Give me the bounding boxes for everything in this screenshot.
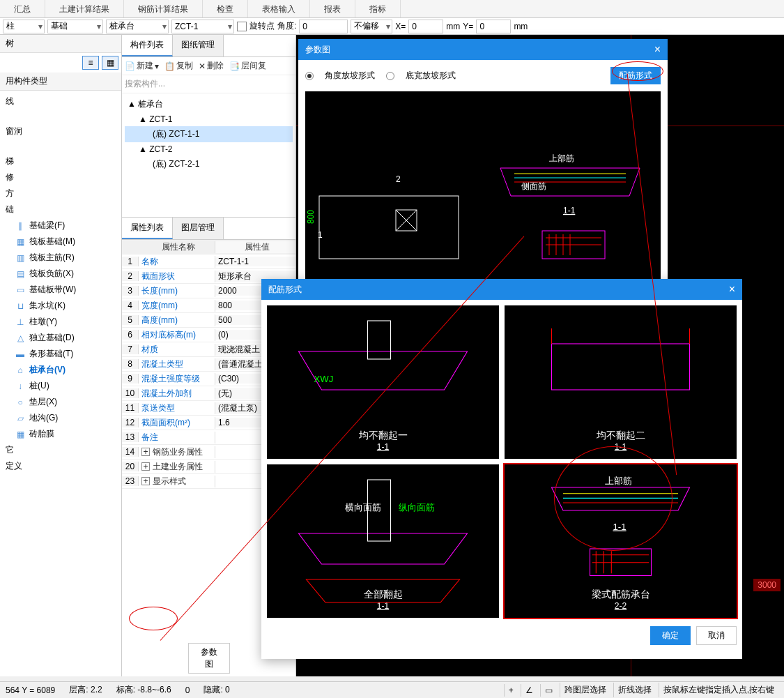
tab-property-list[interactable]: 属性列表 bbox=[122, 218, 173, 239]
tree-sub-item[interactable]: ▱地沟(G) bbox=[3, 410, 118, 426]
radio-width-label: 底宽放坡形式 bbox=[406, 70, 456, 82]
tree-other[interactable]: 它 bbox=[3, 442, 118, 458]
search-input[interactable]: 搜索构件... bbox=[122, 75, 295, 93]
component-tree-item[interactable]: (底) ZCT-1-1 bbox=[125, 126, 293, 142]
rebar-modal-close-icon[interactable]: × bbox=[729, 283, 735, 296]
menu-table[interactable]: 表格输入 bbox=[248, 0, 310, 17]
prop-header-value: 属性值 bbox=[215, 241, 295, 253]
copy-button[interactable]: 📋复制 bbox=[164, 60, 193, 72]
tree-icon: ⊥ bbox=[15, 317, 25, 327]
component-type-label: 用构件类型 bbox=[0, 73, 121, 91]
grid-mode-icon[interactable]: ▦ bbox=[102, 56, 118, 70]
property-row[interactable]: 1名称ZCT-1-1 bbox=[122, 255, 295, 269]
tree-sub-item[interactable]: ⊥柱墩(Y) bbox=[3, 314, 118, 330]
tab-layer-mgmt[interactable]: 图层管理 bbox=[173, 218, 224, 239]
menu-rebar[interactable]: 钢筋计算结果 bbox=[124, 0, 203, 17]
tree-define[interactable]: 定义 bbox=[3, 458, 118, 474]
component-tree-item[interactable]: ▲ ZCT-2 bbox=[125, 142, 293, 156]
angle-input[interactable] bbox=[299, 20, 348, 33]
tree-sub-item[interactable]: ▥筏板主筋(R) bbox=[3, 250, 118, 266]
offset-dropdown[interactable]: 不偏移 bbox=[351, 20, 392, 33]
rotate-checkbox[interactable] bbox=[237, 22, 247, 31]
svg-text:横向面筋: 横向面筋 bbox=[345, 502, 381, 513]
component-tree: ▲ 桩承台▲ ZCT-1(底) ZCT-1-1▲ ZCT-2(底) ZCT-2-… bbox=[122, 93, 295, 175]
rebar-option-cell[interactable]: XWJ均不翻起一1-1 bbox=[267, 305, 499, 459]
x-input[interactable] bbox=[408, 20, 443, 33]
tree-line[interactable]: 线 bbox=[3, 93, 118, 109]
status-plus-icon[interactable]: + bbox=[504, 684, 518, 697]
tree-sub-item[interactable]: ↓桩(U) bbox=[3, 378, 118, 394]
top-menu: 汇总 土建计算结果 钢筋计算结果 检查 表格输入 报表 指标 bbox=[0, 0, 784, 18]
delete-button[interactable]: ✕删除 bbox=[199, 60, 224, 72]
rebar-options-grid: XWJ均不翻起一1-1均不翻起二1-1横向面筋纵向面筋全部翻起1-1上部筋1-1… bbox=[261, 300, 742, 621]
svg-text:上部筋: 上部筋 bbox=[549, 153, 574, 163]
param-modal-close-icon[interactable]: × bbox=[654, 43, 661, 56]
list-mode-icon[interactable]: ≡ bbox=[82, 56, 99, 70]
status-rect-icon[interactable]: ▭ bbox=[540, 684, 557, 697]
tree-icon: ⊔ bbox=[15, 301, 25, 311]
angle-label: 角度: bbox=[277, 20, 296, 32]
tree-sub-item[interactable]: △独立基础(D) bbox=[3, 330, 118, 346]
menu-index[interactable]: 指标 bbox=[355, 0, 401, 17]
status-coord: 564 Y = 6089 bbox=[6, 685, 55, 695]
component-tree-item[interactable]: ▲ ZCT-1 bbox=[125, 112, 293, 126]
y-input[interactable] bbox=[476, 20, 511, 33]
tree-icon: ▤ bbox=[15, 269, 25, 279]
tab-drawing-mgmt[interactable]: 图纸管理 bbox=[173, 35, 224, 56]
mm2: mm bbox=[514, 22, 528, 31]
param-diagram-button[interactable]: 参数图 bbox=[188, 643, 230, 674]
menu-report[interactable]: 报表 bbox=[310, 0, 355, 17]
layer-copy-button[interactable]: 📑层间复 bbox=[229, 60, 266, 72]
tree-icon: ▬ bbox=[15, 349, 25, 359]
tree-icon: ⌂ bbox=[15, 365, 25, 375]
tree-icon: ▱ bbox=[15, 414, 25, 423]
tree-sub-item[interactable]: ▤筏板负筋(X) bbox=[3, 266, 118, 282]
tree-repair[interactable]: 修 bbox=[3, 169, 118, 185]
svg-rect-0 bbox=[319, 196, 459, 259]
toolbar: 柱 基础 桩承台 ZCT-1 旋转点 角度: 不偏移 X= mm Y= mm bbox=[0, 18, 784, 35]
radio-width-slope[interactable] bbox=[386, 72, 394, 80]
radio-angle-slope[interactable] bbox=[305, 72, 314, 80]
rebar-option-cell[interactable]: 横向面筋纵向面筋全部翻起1-1 bbox=[267, 464, 499, 618]
tree-sub-item[interactable]: ▬条形基础(T) bbox=[3, 346, 118, 362]
tree-stair[interactable]: 梯 bbox=[3, 153, 118, 169]
svg-marker-27 bbox=[299, 533, 468, 564]
tree-sub-item[interactable]: ⌂桩承台(V) bbox=[3, 362, 118, 378]
tab-component-list[interactable]: 构件列表 bbox=[122, 35, 173, 56]
tree-sub-item[interactable]: ▦筏板基础(M) bbox=[3, 234, 118, 250]
dropdown-3[interactable]: 桩承台 bbox=[106, 20, 169, 33]
tree-sub-item[interactable]: ∥基础梁(F) bbox=[3, 218, 118, 234]
svg-text:1: 1 bbox=[318, 230, 323, 240]
tree-sub-item[interactable]: ○垫层(X) bbox=[3, 394, 118, 410]
ok-button[interactable]: 确定 bbox=[650, 626, 691, 645]
tree-sub-item[interactable]: ▦砖胎膜 bbox=[3, 426, 118, 442]
rebar-option-cell[interactable]: 均不翻起二1-1 bbox=[505, 305, 737, 459]
svg-text:侧面筋: 侧面筋 bbox=[521, 181, 546, 191]
menu-check[interactable]: 检查 bbox=[203, 0, 248, 17]
dropdown-4[interactable]: ZCT-1 bbox=[171, 20, 234, 33]
tree-sub-item[interactable]: ▭基础板带(W) bbox=[3, 282, 118, 298]
tree-icon: ▦ bbox=[15, 237, 25, 247]
menu-summary[interactable]: 汇总 bbox=[0, 0, 45, 17]
svg-text:800: 800 bbox=[306, 210, 316, 224]
left-panel: 树 ≡ ▦ 用构件类型 线 窗洞 梯 修 方 础 ∥基础梁(F)▦筏板基础(M)… bbox=[0, 35, 122, 676]
dropdown-1[interactable]: 柱 bbox=[3, 20, 45, 33]
y-label: Y= bbox=[463, 22, 473, 31]
component-tree-item[interactable]: (底) ZCT-2-1 bbox=[125, 156, 293, 172]
tree-foundation[interactable]: 础 bbox=[3, 202, 118, 218]
status-polyline[interactable]: 折线选择 bbox=[613, 683, 656, 697]
status-angle-icon[interactable]: ∠ bbox=[521, 684, 537, 697]
menu-civil[interactable]: 土建计算结果 bbox=[45, 0, 124, 17]
new-button[interactable]: 📄新建 ▾ bbox=[125, 60, 159, 72]
param-modal: 参数图 × 角度放坡形式 底宽放坡形式 配筋形式 1 2 800 上部筋 侧面筋… bbox=[298, 39, 668, 283]
tree-window[interactable]: 窗洞 bbox=[3, 123, 118, 139]
dropdown-2[interactable]: 基础 bbox=[47, 20, 103, 33]
tree-square[interactable]: 方 bbox=[3, 185, 118, 202]
tree-icon: ○ bbox=[15, 397, 25, 407]
svg-text:2: 2 bbox=[396, 174, 401, 184]
component-tree-item[interactable]: ▲ 桩承台 bbox=[125, 96, 293, 112]
param-diagram-view: 1 2 800 上部筋 侧面筋 1-1 bbox=[305, 91, 661, 280]
cancel-button[interactable]: 取消 bbox=[696, 626, 737, 645]
status-cross-layer[interactable]: 跨图层选择 bbox=[560, 683, 610, 697]
tree-sub-item[interactable]: ⊔集水坑(K) bbox=[3, 298, 118, 314]
